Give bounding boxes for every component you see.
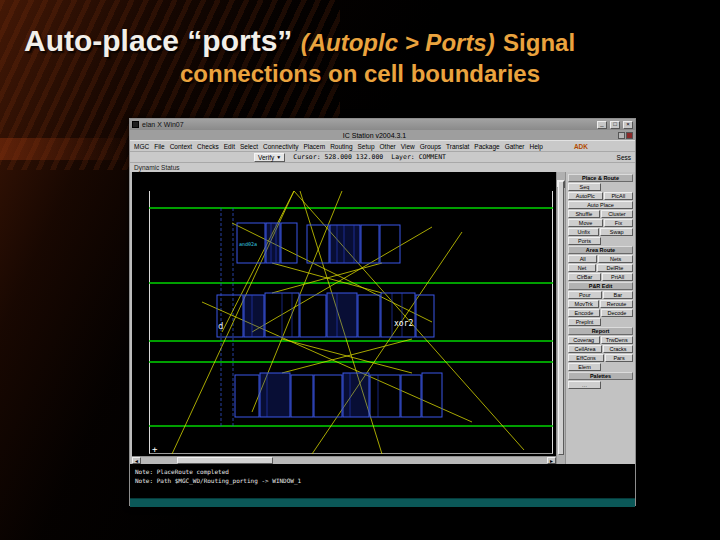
scroll-left-icon[interactable]: ◄ [132,457,141,464]
minimize-button[interactable]: _ [597,121,607,129]
palette-button-pars[interactable]: Pars [605,354,633,362]
cell-labels: and02a d xor2 + [152,241,413,454]
vertical-scrollbar[interactable]: ▲ ▼ [556,172,565,464]
palette-button-cluster[interactable]: Cluster [601,210,633,218]
slide-title-line1: Auto-place “ports” (Autoplc > Ports) Sig… [24,24,720,58]
menu-items: MGCFileContextChecksEditSelectConnectivi… [133,143,544,150]
palette-button-nets[interactable]: Nets [598,255,633,263]
palette-row: AutoPlcPlcAll [568,192,633,200]
guide-lines [221,208,233,426]
cell-row-1 [237,223,400,263]
palette-row: Seq [568,183,633,191]
layout-drawing: and02a d xor2 + [132,172,556,456]
chevron-down-icon: ▼ [276,154,281,160]
menu-placem[interactable]: Placem [302,143,326,150]
menu-package[interactable]: Package [473,143,500,150]
banner-button[interactable] [618,132,625,139]
menu-file[interactable]: File [153,143,165,150]
palette-button-bar[interactable]: Bar [603,291,633,299]
verify-button[interactable]: Verify ▼ [254,153,285,162]
banner-close-button[interactable] [626,132,633,139]
palette-row: MoveFix [568,219,633,227]
palette-button-shuffle[interactable]: Shuffle [568,210,600,218]
menu-checks[interactable]: Checks [196,143,220,150]
palette-button-decode[interactable]: Decode [601,309,633,317]
menu-connectivity[interactable]: Connectivity [262,143,299,150]
palette-button-trwdens[interactable]: TrwDens [601,336,634,344]
palette-button-swap[interactable]: Swap [600,228,633,236]
palette-button-unfix[interactable]: Unfix [568,228,599,236]
palette-button-elem[interactable]: Elem [568,363,601,371]
palette-button--[interactable]: … [568,381,601,389]
menu-translat[interactable]: Translat [445,143,470,150]
menu-edit[interactable]: Edit [223,143,236,150]
background-band [0,138,134,160]
palette-row: Place & Route [568,174,633,182]
palette-button-report[interactable]: Report [568,327,633,335]
console-bar[interactable] [130,498,635,507]
palette-row: EffConsPars [568,354,633,362]
palette-button-autoplc[interactable]: AutoPlc [568,192,603,200]
slide: Auto-place “ports” (Autoplc > Ports) Sig… [0,0,720,540]
menu-adk[interactable]: ADK [574,143,588,150]
palette-button-prepint[interactable]: PrepInt [568,318,601,326]
palette-button-cracks[interactable]: Cracks [603,345,633,353]
verify-label: Verify [258,154,274,161]
cell-label-and02a: and02a [239,241,257,247]
palette-row: Report [568,327,633,335]
palette-button-ports[interactable]: Ports [568,237,601,245]
session-label[interactable]: Sess [617,154,631,161]
palette-button-coverag[interactable]: Coverag [568,336,600,344]
menu-other[interactable]: Other [379,143,397,150]
palette-button-fix[interactable]: Fix [604,219,633,227]
slide-title-menu-path: (Autoplc > Ports) [301,29,495,56]
menu-select[interactable]: Select [239,143,259,150]
palette-button-prtall[interactable]: PrtAll [602,273,633,281]
palette-button-seq[interactable]: Seq [568,183,601,191]
palette-button-cellarea[interactable]: CellArea [568,345,602,353]
menu-groups[interactable]: Groups [419,143,442,150]
menu-bar: MGCFileContextChecksEditSelectConnectivi… [130,140,635,151]
palette-button-auto-place[interactable]: Auto Place [568,201,633,209]
palette-row: ClrBarPrtAll [568,273,633,281]
palette-button-palettes[interactable]: Palettes [568,372,633,380]
horizontal-scrollbar[interactable]: ◄ ► [132,456,556,464]
menu-help[interactable]: Help [529,143,544,150]
palette-button-delrte[interactable]: DelRte [597,264,633,272]
tool-bar: Verify ▼ Cursor: 528.000 132.000 Layer: … [130,151,635,162]
vertical-scroll-thumb[interactable] [558,181,564,455]
palette-button-encode[interactable]: Encode [568,309,600,317]
maximize-button[interactable]: □ [610,121,620,129]
hscroll-track[interactable] [273,457,547,464]
menu-gather[interactable]: Gather [504,143,526,150]
horizontal-scroll-thumb[interactable] [177,457,273,464]
menu-routing[interactable]: Routing [329,143,353,150]
window-title-text: elan X Win07 [142,121,184,128]
cell-label-xor2: xor2 [394,319,413,328]
palette-button-effcons[interactable]: EffCons [568,354,604,362]
palette-button-area-route[interactable]: Area Route [568,246,633,254]
palette-button-place-route[interactable]: Place & Route [568,174,633,182]
menu-setup[interactable]: Setup [357,143,376,150]
menu-context[interactable]: Context [169,143,193,150]
palette-button-movtrk[interactable]: MovTrk [568,300,599,308]
ic-station-window: elan X Win07 _ □ × IC Station v2004.3.1 … [129,118,636,506]
palette-button-pour[interactable]: Pour [568,291,602,299]
menu-view[interactable]: View [400,143,416,150]
palette-button-reroute[interactable]: Reroute [600,300,633,308]
palette-row: EncodeDecode [568,309,633,317]
close-button[interactable]: × [623,121,633,129]
palette-button-all[interactable]: All [568,255,597,263]
palette-button-net[interactable]: Net [568,264,596,272]
scroll-right-icon[interactable]: ► [547,457,556,464]
status-message: Note: PlaceRoute completed [135,467,630,476]
app-title: IC Station v2004.3.1 [132,132,617,139]
palette-button-move[interactable]: Move [568,219,603,227]
palette-row: Ports [568,237,633,245]
palette-button-plcall[interactable]: PlcAll [604,192,633,200]
palette-button-clrbar[interactable]: ClrBar [568,273,601,281]
palette-button-p-r-edit[interactable]: P&R Edit [568,282,633,290]
layout-canvas[interactable]: and02a d xor2 + ◄ ► [132,172,556,464]
menu-mgc[interactable]: MGC [133,143,150,150]
window-titlebar[interactable]: elan X Win07 _ □ × [130,119,635,130]
